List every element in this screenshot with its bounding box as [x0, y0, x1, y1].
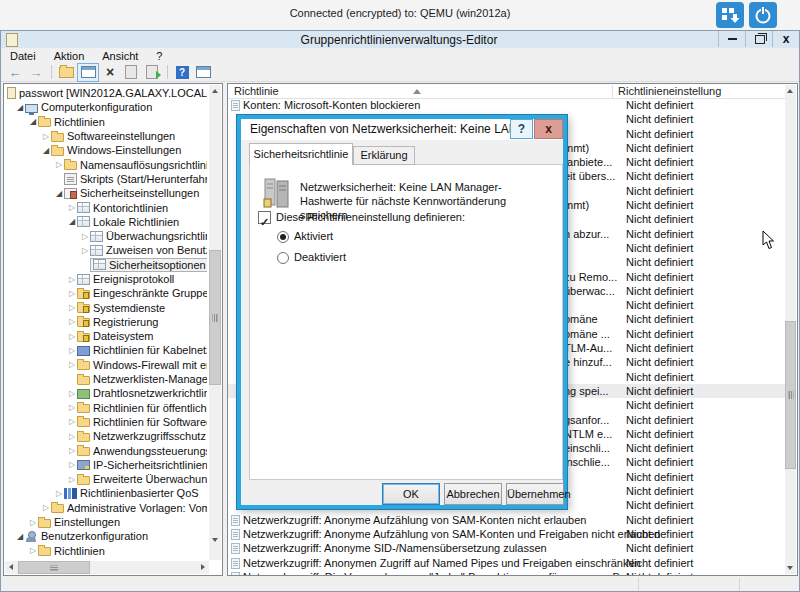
delete-icon[interactable]	[100, 64, 120, 81]
minimize-button[interactable]	[718, 31, 746, 47]
tree-horizontal-scrollbar[interactable]	[5, 561, 209, 574]
policy-row[interactable]: Konten: Microsoft-Konten blockierenNicht…	[228, 98, 786, 112]
power-button[interactable]	[749, 2, 777, 28]
console-window-icon[interactable]	[193, 64, 213, 81]
expand-arrow-icon[interactable]: ▷	[67, 203, 77, 212]
tree-item[interactable]: passwort [WIN2012A.GALAXY.LOCAL] Richt	[5, 86, 207, 100]
column-separator[interactable]	[612, 85, 613, 98]
expand-arrow-icon[interactable]: ▷	[67, 475, 77, 484]
tree-item[interactable]: ◢Lokale Richtlinien	[5, 215, 207, 229]
menu-aktion[interactable]: Aktion	[45, 50, 94, 62]
tree-item[interactable]: ▷Dateisystem	[5, 329, 207, 343]
expand-arrow-icon[interactable]: ▷	[54, 489, 64, 498]
expand-arrow-icon[interactable]: ▷	[41, 503, 51, 512]
tree-item[interactable]: ▷Eingeschränkte Gruppen	[5, 286, 207, 300]
list-scrollbar-thumb[interactable]	[785, 321, 796, 469]
policy-row[interactable]: Netzwerkzugriff: Anonyme SID-/Namensüber…	[228, 541, 786, 555]
expand-arrow-icon[interactable]: ▷	[67, 346, 77, 355]
tree-item[interactable]: ▷Drahtlosnetzwerkrichtlinie	[5, 386, 207, 400]
collapse-arrow-icon[interactable]: ◢	[15, 103, 25, 112]
expand-arrow-icon[interactable]: ▷	[67, 389, 77, 398]
tree-item[interactable]: Sicherheitsoptionen	[5, 258, 207, 272]
define-setting-checkbox[interactable]	[258, 211, 271, 224]
radio-deaktiviert[interactable]	[277, 252, 289, 264]
tree-item[interactable]: ▷Einstellungen	[5, 515, 207, 529]
tree-item[interactable]: ▷Anwendungssteuerungsri	[5, 443, 207, 457]
expand-arrow-icon[interactable]: ▷	[41, 132, 51, 141]
collapse-arrow-icon[interactable]: ◢	[54, 189, 64, 198]
tree-item[interactable]: ▷Kontorichtlinien	[5, 200, 207, 214]
tree-item[interactable]: Netzwerklisten-Manager-	[5, 372, 207, 386]
dialog-help-button[interactable]: ?	[510, 119, 533, 139]
help-icon[interactable]: ?	[172, 64, 192, 81]
scroll-right-icon[interactable]	[201, 564, 205, 570]
collapse-arrow-icon[interactable]: ◢	[41, 146, 51, 155]
tree-item[interactable]: ▷Ereignisprotokoll	[5, 272, 207, 286]
tree-item[interactable]: ▷Systemdienste	[5, 300, 207, 314]
expand-arrow-icon[interactable]: ▷	[67, 332, 77, 341]
list-vertical-scrollbar[interactable]	[785, 85, 796, 574]
tree-item[interactable]: ▷Richtlinien für öffentliche	[5, 401, 207, 415]
radio-deaktiviert-label[interactable]: Deaktiviert	[294, 251, 346, 263]
tree-item[interactable]: ◢Benutzerkonfiguration	[5, 529, 207, 543]
tree-item[interactable]: Skripts (Start/Herunterfahren)	[5, 172, 207, 186]
tab-sicherheitsrichtlinie[interactable]: Sicherheitsrichtlinie	[249, 143, 353, 165]
scroll-up-icon[interactable]	[212, 89, 218, 93]
tree-item[interactable]: ▷Registrierung	[5, 315, 207, 329]
tree-item[interactable]: ▷Windows-Firewall mit erw	[5, 358, 207, 372]
restore-button[interactable]	[745, 31, 773, 47]
expand-arrow-icon[interactable]: ▷	[80, 232, 90, 241]
tree-vertical-scrollbar[interactable]	[209, 85, 221, 560]
policy-row[interactable]: Netzwerkzugriff: Anonyme Aufzählung von …	[228, 513, 786, 527]
expand-arrow-icon[interactable]: ▷	[67, 317, 77, 326]
collapse-arrow-icon[interactable]: ◢	[15, 532, 25, 541]
expand-arrow-icon[interactable]: ▷	[67, 360, 77, 369]
column-header-richtlinie[interactable]: Richtlinie	[234, 85, 279, 97]
close-button[interactable]: x	[772, 31, 799, 47]
expand-arrow-icon[interactable]: ▷	[28, 546, 38, 555]
cancel-button[interactable]: Abbrechen	[444, 483, 502, 505]
apply-button[interactable]: Übernehmen	[506, 483, 564, 505]
expand-arrow-icon[interactable]: ▷	[28, 518, 38, 527]
tree-item[interactable]: ▷Richtlinien für Kabelnetzw	[5, 343, 207, 357]
tree-item[interactable]: ▷Netzwerkzugriffsschutz	[5, 429, 207, 443]
policy-row[interactable]: Netzwerkzugriff: Die Verwendung von "Jed…	[228, 570, 786, 575]
collapse-arrow-icon[interactable]: ◢	[67, 217, 77, 226]
policy-row[interactable]: Netzwerkzugriff: Anonymen Zugriff auf Na…	[228, 556, 786, 570]
menu-ansicht[interactable]: Ansicht	[93, 50, 147, 62]
tree-item[interactable]: ▷Erweiterte Überwachungsr	[5, 472, 207, 486]
expand-arrow-icon[interactable]: ▷	[67, 460, 77, 469]
collapse-arrow-icon[interactable]: ◢	[28, 117, 38, 126]
expand-arrow-icon[interactable]: ▷	[67, 432, 77, 441]
expand-arrow-icon[interactable]: ▷	[67, 417, 77, 426]
export-list-icon[interactable]	[142, 64, 162, 81]
tree-item[interactable]: ▷Richtlinienbasierter QoS	[5, 486, 207, 500]
folder-up-icon[interactable]	[56, 64, 76, 81]
back-icon[interactable]	[5, 64, 25, 81]
tree-item[interactable]: ◢Windows-Einstellungen	[5, 143, 207, 157]
radio-aktiviert[interactable]	[277, 231, 289, 243]
radio-aktiviert-label[interactable]: Aktiviert	[294, 230, 333, 242]
show-console-tree-icon[interactable]	[77, 63, 99, 82]
tree-scrollbar-hthumb[interactable]	[18, 561, 90, 574]
column-header-richtlinieneinstellung[interactable]: Richtlinieneinstellung	[618, 85, 721, 97]
expand-arrow-icon[interactable]: ▷	[80, 246, 90, 255]
scroll-up-icon[interactable]	[787, 89, 793, 93]
tree-item[interactable]: ▷Richtlinien	[5, 544, 207, 558]
tree-item[interactable]: ◢Richtlinien	[5, 115, 207, 129]
tree-item[interactable]: ▷Namensauflösungsrichtlinie	[5, 157, 207, 171]
tree-item[interactable]: ◢Computerkonfiguration	[5, 100, 207, 114]
tree-item[interactable]: ▷Richtlinien für Softwareeir	[5, 415, 207, 429]
tree-item[interactable]: ▷Softwareeinstellungen	[5, 129, 207, 143]
expand-arrow-icon[interactable]: ▷	[67, 289, 77, 298]
tree-item[interactable]: ▷Administrative Vorlagen: Vom lok	[5, 501, 207, 515]
scroll-left-icon[interactable]	[9, 564, 13, 570]
expand-arrow-icon[interactable]: ▷	[54, 160, 64, 169]
expand-arrow-icon[interactable]: ▷	[67, 303, 77, 312]
tree-item[interactable]: ◢Sicherheitseinstellungen	[5, 186, 207, 200]
properties-icon[interactable]	[121, 64, 141, 81]
tree-item[interactable]: ▷IP-Sicherheitsrichtlinien a	[5, 458, 207, 472]
tab-erklaerung[interactable]: Erklärung	[353, 146, 415, 165]
scroll-down-icon[interactable]	[212, 538, 218, 542]
dialog-close-button[interactable]: x	[534, 119, 563, 139]
